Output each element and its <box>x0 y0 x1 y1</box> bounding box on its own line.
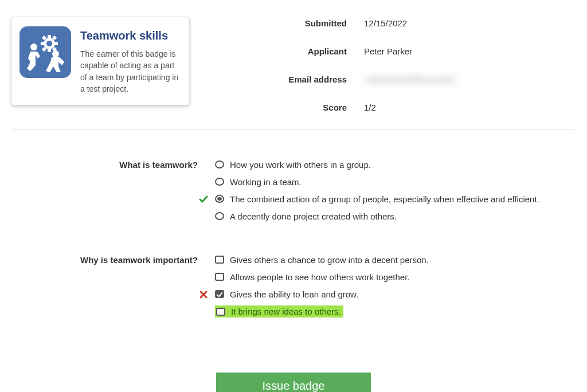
q2-option-1[interactable]: Allows people to see how others work tog… <box>215 271 576 283</box>
svg-point-10 <box>30 44 37 50</box>
checkbox-icon <box>215 256 224 264</box>
q1-option-0[interactable]: How you work with others in a group. <box>215 159 576 170</box>
svg-rect-2 <box>48 35 51 39</box>
radio-icon <box>215 178 224 186</box>
svg-point-11 <box>52 50 59 57</box>
q1-option-2-text: The combined action of a group of people… <box>230 194 539 204</box>
svg-rect-4 <box>41 42 45 45</box>
q2-option-0[interactable]: Gives others a chance to grow into a dec… <box>215 254 576 265</box>
q1-option-3-text: A decently done project created with oth… <box>230 211 397 221</box>
q2-option-2[interactable]: Gives the ability to lean and grow. <box>215 288 576 300</box>
incorrect-mark-icon <box>198 289 209 300</box>
value-email: redactedmail@example <box>364 75 455 84</box>
issue-badge-button[interactable]: Issue badge <box>216 373 371 392</box>
q1-option-1-text: Working in a team. <box>230 177 302 187</box>
q2-option-2-text: Gives the ability to lean and grow. <box>230 289 358 299</box>
label-applicant: Applicant <box>224 46 364 56</box>
highlighted-correct-answer: It brings new ideas to others. <box>215 305 343 317</box>
q1-option-1[interactable]: Working in a team. <box>215 176 576 187</box>
checkbox-icon <box>215 273 224 281</box>
radio-selected-icon <box>215 195 224 203</box>
q1-option-0-text: How you work with others in a group. <box>230 160 371 170</box>
question-2-label: Why is teamwork important? <box>11 254 215 323</box>
label-submitted: Submitted <box>224 18 364 28</box>
checkbox-icon <box>216 308 225 316</box>
radio-icon <box>215 212 224 220</box>
submission-info: Submitted 12/15/2022 Applicant Peter Par… <box>189 17 576 112</box>
checkbox-checked-icon <box>215 290 224 298</box>
teamwork-icon <box>19 26 71 78</box>
badge-title: Teamwork skills <box>80 29 179 42</box>
q2-option-3-text: It brings new ideas to others. <box>231 307 341 316</box>
question-2: Why is teamwork important? Gives others … <box>11 254 576 323</box>
badge-description: The earner of this badge is capable of a… <box>80 48 179 95</box>
divider <box>11 130 576 130</box>
value-applicant: Peter Parker <box>364 46 412 56</box>
label-email: Email address <box>224 75 364 84</box>
badge-card: Teamwork skills The earner of this badge… <box>11 17 189 105</box>
value-score: 1/2 <box>364 103 376 112</box>
q2-option-3[interactable]: It brings new ideas to others. <box>215 305 576 317</box>
q2-option-0-text: Gives others a chance to grow into a dec… <box>230 255 429 265</box>
question-1: What is teamwork? How you work with othe… <box>11 159 576 228</box>
correct-mark-icon <box>198 194 209 205</box>
svg-rect-3 <box>48 48 51 52</box>
q2-option-1-text: Allows people to see how others work tog… <box>230 272 410 282</box>
svg-rect-5 <box>54 42 58 45</box>
question-1-label: What is teamwork? <box>11 159 215 228</box>
radio-icon <box>215 160 224 168</box>
label-score: Score <box>224 103 364 112</box>
value-submitted: 12/15/2022 <box>364 18 407 28</box>
q1-option-2[interactable]: The combined action of a group of people… <box>215 193 576 205</box>
q1-option-3[interactable]: A decently done project created with oth… <box>215 210 576 222</box>
svg-point-1 <box>46 41 52 46</box>
